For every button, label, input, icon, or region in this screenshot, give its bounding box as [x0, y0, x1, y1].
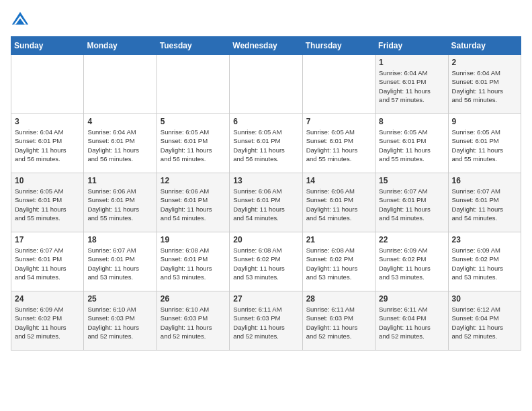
calendar-cell: 1Sunrise: 6:04 AMSunset: 6:01 PMDaylight…: [375, 55, 448, 114]
day-number: 26: [161, 294, 226, 304]
day-number: 13: [233, 176, 298, 185]
day-number: 15: [379, 176, 444, 185]
day-info: Sunrise: 6:10 AMSunset: 6:03 PMDaylight:…: [161, 305, 226, 340]
calendar-cell: 7Sunrise: 6:05 AMSunset: 6:01 PMDaylight…: [302, 114, 375, 173]
day-info: Sunrise: 6:12 AMSunset: 6:04 PMDaylight:…: [452, 305, 517, 340]
calendar-cell: 9Sunrise: 6:05 AMSunset: 6:01 PMDaylight…: [448, 114, 521, 173]
calendar-cell: 23Sunrise: 6:09 AMSunset: 6:02 PMDayligh…: [448, 232, 521, 291]
calendar-cell: [302, 55, 375, 114]
day-info: Sunrise: 6:06 AMSunset: 6:01 PMDaylight:…: [233, 187, 298, 222]
day-info: Sunrise: 6:08 AMSunset: 6:02 PMDaylight:…: [306, 246, 371, 281]
day-info: Sunrise: 6:04 AMSunset: 6:01 PMDaylight:…: [15, 128, 80, 163]
logo: [11, 11, 32, 30]
day-number: 7: [306, 117, 371, 126]
day-number: 29: [379, 294, 444, 304]
day-info: Sunrise: 6:09 AMSunset: 6:02 PMDaylight:…: [452, 246, 517, 281]
day-info: Sunrise: 6:06 AMSunset: 6:01 PMDaylight:…: [161, 187, 226, 222]
calendar-cell: 25Sunrise: 6:10 AMSunset: 6:03 PMDayligh…: [84, 291, 157, 351]
day-number: 2: [452, 58, 517, 67]
calendar-cell: 4Sunrise: 6:04 AMSunset: 6:01 PMDaylight…: [84, 114, 157, 173]
calendar-cell: 13Sunrise: 6:06 AMSunset: 6:01 PMDayligh…: [230, 173, 302, 232]
calendar-cell: 12Sunrise: 6:06 AMSunset: 6:01 PMDayligh…: [157, 173, 229, 232]
calendar-cell: 22Sunrise: 6:09 AMSunset: 6:02 PMDayligh…: [375, 232, 448, 291]
day-info: Sunrise: 6:08 AMSunset: 6:01 PMDaylight:…: [161, 246, 226, 281]
day-info: Sunrise: 6:11 AMSunset: 6:03 PMDaylight:…: [233, 305, 298, 340]
calendar-cell: 30Sunrise: 6:12 AMSunset: 6:04 PMDayligh…: [448, 291, 521, 351]
day-number: 25: [87, 294, 152, 304]
calendar-cell: 2Sunrise: 6:04 AMSunset: 6:01 PMDaylight…: [448, 55, 521, 114]
calendar-week-row: 17Sunrise: 6:07 AMSunset: 6:01 PMDayligh…: [11, 232, 521, 291]
day-number: 21: [306, 235, 371, 244]
day-info: Sunrise: 6:09 AMSunset: 6:02 PMDaylight:…: [15, 305, 80, 340]
day-number: 6: [233, 117, 298, 126]
day-info: Sunrise: 6:05 AMSunset: 6:01 PMDaylight:…: [306, 128, 371, 163]
calendar-cell: 15Sunrise: 6:07 AMSunset: 6:01 PMDayligh…: [375, 173, 448, 232]
day-info: Sunrise: 6:05 AMSunset: 6:01 PMDaylight:…: [452, 128, 517, 163]
day-info: Sunrise: 6:07 AMSunset: 6:01 PMDaylight:…: [87, 246, 152, 281]
weekday-header-thursday: Thursday: [302, 37, 375, 55]
calendar-week-row: 10Sunrise: 6:05 AMSunset: 6:01 PMDayligh…: [11, 173, 521, 232]
calendar-week-row: 24Sunrise: 6:09 AMSunset: 6:02 PMDayligh…: [11, 291, 521, 351]
calendar-cell: 29Sunrise: 6:11 AMSunset: 6:04 PMDayligh…: [375, 291, 448, 351]
day-info: Sunrise: 6:04 AMSunset: 6:01 PMDaylight:…: [452, 68, 517, 104]
day-number: 27: [233, 294, 298, 304]
calendar-cell: 24Sunrise: 6:09 AMSunset: 6:02 PMDayligh…: [11, 291, 84, 351]
day-info: Sunrise: 6:06 AMSunset: 6:01 PMDaylight:…: [87, 187, 152, 222]
weekday-header-row: SundayMondayTuesdayWednesdayThursdayFrid…: [11, 37, 521, 55]
calendar-cell: 11Sunrise: 6:06 AMSunset: 6:01 PMDayligh…: [84, 173, 157, 232]
calendar-cell: 26Sunrise: 6:10 AMSunset: 6:03 PMDayligh…: [157, 291, 229, 351]
day-info: Sunrise: 6:05 AMSunset: 6:01 PMDaylight:…: [15, 187, 80, 222]
day-number: 17: [15, 235, 80, 244]
calendar-cell: [11, 55, 84, 114]
day-info: Sunrise: 6:09 AMSunset: 6:02 PMDaylight:…: [379, 246, 444, 281]
page-header: [11, 11, 521, 30]
calendar-cell: 5Sunrise: 6:05 AMSunset: 6:01 PMDaylight…: [157, 114, 229, 173]
day-info: Sunrise: 6:07 AMSunset: 6:01 PMDaylight:…: [15, 246, 80, 281]
day-number: 8: [379, 117, 444, 126]
day-number: 10: [15, 176, 80, 185]
weekday-header-tuesday: Tuesday: [157, 37, 229, 55]
weekday-header-friday: Friday: [375, 37, 448, 55]
calendar-cell: 28Sunrise: 6:11 AMSunset: 6:03 PMDayligh…: [302, 291, 375, 351]
day-info: Sunrise: 6:11 AMSunset: 6:03 PMDaylight:…: [306, 305, 371, 340]
day-number: 23: [452, 235, 517, 244]
calendar-cell: 19Sunrise: 6:08 AMSunset: 6:01 PMDayligh…: [157, 232, 229, 291]
calendar-cell: 14Sunrise: 6:06 AMSunset: 6:01 PMDayligh…: [302, 173, 375, 232]
day-number: 16: [452, 176, 517, 185]
day-info: Sunrise: 6:08 AMSunset: 6:02 PMDaylight:…: [233, 246, 298, 281]
calendar-cell: 21Sunrise: 6:08 AMSunset: 6:02 PMDayligh…: [302, 232, 375, 291]
day-number: 18: [87, 235, 152, 244]
calendar-cell: 8Sunrise: 6:05 AMSunset: 6:01 PMDaylight…: [375, 114, 448, 173]
calendar-cell: 10Sunrise: 6:05 AMSunset: 6:01 PMDayligh…: [11, 173, 84, 232]
day-number: 28: [306, 294, 371, 304]
calendar-cell: [157, 55, 229, 114]
day-info: Sunrise: 6:05 AMSunset: 6:01 PMDaylight:…: [379, 128, 444, 163]
calendar-cell: 20Sunrise: 6:08 AMSunset: 6:02 PMDayligh…: [230, 232, 302, 291]
day-info: Sunrise: 6:05 AMSunset: 6:01 PMDaylight:…: [233, 128, 298, 163]
day-number: 30: [452, 294, 517, 304]
day-info: Sunrise: 6:04 AMSunset: 6:01 PMDaylight:…: [87, 128, 152, 163]
calendar-week-row: 3Sunrise: 6:04 AMSunset: 6:01 PMDaylight…: [11, 114, 521, 173]
calendar-cell: [84, 55, 157, 114]
day-info: Sunrise: 6:11 AMSunset: 6:04 PMDaylight:…: [379, 305, 444, 340]
day-info: Sunrise: 6:05 AMSunset: 6:01 PMDaylight:…: [161, 128, 226, 163]
day-number: 9: [452, 117, 517, 126]
calendar-week-row: 1Sunrise: 6:04 AMSunset: 6:01 PMDaylight…: [11, 55, 521, 114]
logo-icon: [11, 11, 30, 30]
day-number: 24: [15, 294, 80, 304]
calendar-cell: 17Sunrise: 6:07 AMSunset: 6:01 PMDayligh…: [11, 232, 84, 291]
day-info: Sunrise: 6:07 AMSunset: 6:01 PMDaylight:…: [452, 187, 517, 222]
calendar-cell: 6Sunrise: 6:05 AMSunset: 6:01 PMDaylight…: [230, 114, 302, 173]
calendar-cell: 16Sunrise: 6:07 AMSunset: 6:01 PMDayligh…: [448, 173, 521, 232]
day-number: 5: [161, 117, 226, 126]
day-number: 20: [233, 235, 298, 244]
day-number: 12: [161, 176, 226, 185]
day-number: 19: [161, 235, 226, 244]
weekday-header-sunday: Sunday: [11, 37, 84, 55]
weekday-header-monday: Monday: [84, 37, 157, 55]
weekday-header-saturday: Saturday: [448, 37, 521, 55]
calendar-cell: 18Sunrise: 6:07 AMSunset: 6:01 PMDayligh…: [84, 232, 157, 291]
calendar-cell: 27Sunrise: 6:11 AMSunset: 6:03 PMDayligh…: [230, 291, 302, 351]
calendar-cell: [230, 55, 302, 114]
day-number: 22: [379, 235, 444, 244]
